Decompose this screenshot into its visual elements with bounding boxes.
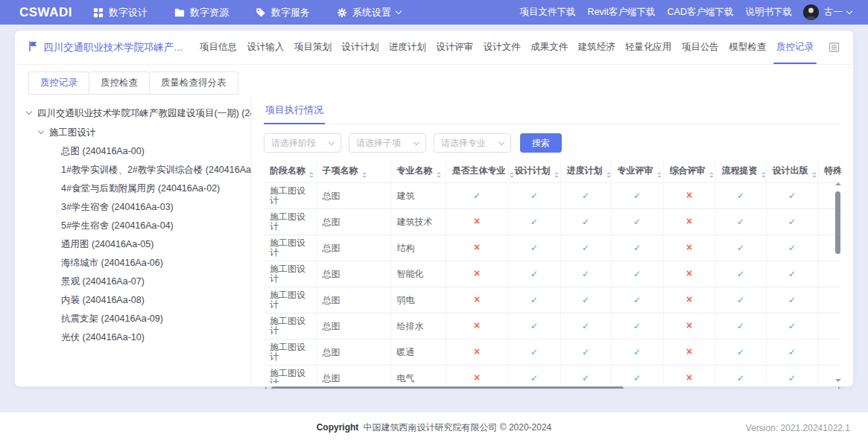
- tree-leaf-1[interactable]: 1#教学实训楼、2#教学实训综合楼 (240416Aa-01): [27, 161, 247, 179]
- subitem-select[interactable]: 请选择子项: [349, 133, 426, 153]
- download-cad-client-link[interactable]: CAD客户端下载: [668, 6, 734, 19]
- horizontal-scrollbar[interactable]: [264, 386, 841, 389]
- tab-project-execution[interactable]: 项目执行情况: [264, 99, 325, 124]
- sort-asc-icon[interactable]: [761, 172, 766, 174]
- list-icon[interactable]: [829, 42, 840, 53]
- project-tab-0[interactable]: 项目信息: [200, 31, 237, 64]
- sort-icon[interactable]: [437, 172, 441, 178]
- tree-leaf-9[interactable]: 抗震支架 (240416Aa-09): [27, 310, 247, 328]
- tree-root[interactable]: 四川交通职业技术学院邛崃产教园建设项目(一期) (240416Aa): [27, 103, 247, 123]
- major-select[interactable]: 请选择专业: [434, 133, 511, 153]
- sort-desc-icon[interactable]: [812, 176, 817, 178]
- sort-asc-icon[interactable]: [812, 172, 817, 174]
- table-row[interactable]: 施工图设计总图建筑✓✓✓✓×✓✓: [264, 183, 841, 209]
- project-tab-3[interactable]: 设计计划: [341, 31, 378, 64]
- sort-asc-icon[interactable]: [709, 172, 714, 174]
- sort-icon[interactable]: [362, 172, 367, 178]
- table-row[interactable]: 施工图设计总图智能化×✓✓✓×✓✓: [264, 261, 841, 287]
- topbar-menu-digital-design[interactable]: 数字设计: [93, 6, 148, 19]
- column-header-label: 进度计划: [567, 165, 603, 176]
- sort-desc-icon[interactable]: [309, 176, 314, 178]
- scroll-up-icon[interactable]: [835, 182, 841, 185]
- project-tab-9[interactable]: 轻量化应用: [625, 31, 672, 64]
- sort-desc-icon[interactable]: [554, 176, 559, 178]
- tree-leaf-0[interactable]: 总图 (240416Aa-00): [27, 142, 247, 161]
- sort-desc-icon[interactable]: [437, 176, 441, 178]
- tree-group[interactable]: 施工图设计: [27, 123, 247, 142]
- sort-desc-icon[interactable]: [362, 176, 367, 178]
- table-row[interactable]: 施工图设计总图建筑技术×✓✓✓×✓✓: [264, 209, 841, 235]
- sort-asc-icon[interactable]: [510, 172, 514, 174]
- vertical-scrollbar[interactable]: [834, 182, 841, 382]
- scroll-left-icon[interactable]: [264, 386, 267, 389]
- sort-icon[interactable]: [510, 172, 514, 178]
- sort-asc-icon[interactable]: [437, 172, 441, 174]
- subtab-1[interactable]: 质控检查: [89, 71, 150, 95]
- vertical-scroll-thumb[interactable]: [835, 191, 840, 254]
- project-tab-10[interactable]: 项目公告: [682, 31, 719, 64]
- sort-icon[interactable]: [761, 172, 766, 178]
- tree-leaf-7[interactable]: 景观 (240416Aa-07): [27, 273, 247, 291]
- column-header-1: 子项名称: [316, 160, 390, 183]
- search-button[interactable]: 搜索: [520, 133, 562, 153]
- user-menu[interactable]: 古一: [824, 6, 852, 19]
- tree-leaf-5[interactable]: 通用图 (240416Aa-05): [27, 235, 247, 254]
- topbar-menu-system-settings[interactable]: 系统设置: [337, 6, 401, 19]
- download-project-files-link[interactable]: 项目文件下载: [520, 6, 576, 19]
- project-tab-7[interactable]: 成果文件: [530, 31, 568, 64]
- scroll-right-icon[interactable]: [838, 386, 841, 389]
- tree-leaf-8[interactable]: 内装 (240416Aa-08): [27, 291, 247, 310]
- project-tab-5[interactable]: 设计评审: [436, 31, 473, 64]
- chevron-down-icon: [396, 7, 402, 13]
- project-tab-8[interactable]: 建筑经济: [578, 31, 615, 64]
- sort-icon[interactable]: [812, 172, 817, 178]
- sort-icon[interactable]: [709, 172, 714, 178]
- sort-icon[interactable]: [606, 172, 611, 178]
- sort-asc-icon[interactable]: [362, 172, 367, 174]
- download-manual-link[interactable]: 说明书下载: [746, 6, 793, 19]
- tree-leaf-3[interactable]: 3#学生宿舍 (240416Aa-03): [27, 198, 247, 217]
- check-icon: ✓: [633, 243, 641, 253]
- table-row[interactable]: 施工图设计总图电气×✓✓✓×✓✓: [264, 366, 841, 384]
- sort-icon[interactable]: [554, 172, 559, 178]
- table-row[interactable]: 施工图设计总图给排水×✓✓✓×✓✓: [264, 313, 841, 340]
- sort-desc-icon[interactable]: [606, 176, 611, 178]
- tree-expand-icon[interactable]: [26, 109, 32, 115]
- project-tab-2[interactable]: 项目策划: [294, 31, 332, 64]
- project-tab-6[interactable]: 设计文件: [484, 31, 521, 64]
- sort-asc-icon[interactable]: [657, 172, 662, 174]
- project-tab-4[interactable]: 进度计划: [389, 31, 426, 64]
- sort-asc-icon[interactable]: [606, 172, 611, 174]
- stage-select[interactable]: 请选择阶段: [264, 133, 341, 153]
- table-cell: 施工图设计: [264, 209, 316, 235]
- project-tab-11[interactable]: 模型检查: [729, 31, 766, 64]
- tree-leaf-10[interactable]: 光伏 (240416Aa-10): [27, 328, 247, 347]
- topbar-menu-digital-resources[interactable]: 数字资源: [174, 6, 229, 19]
- download-revit-client-link[interactable]: Revit客户端下载: [588, 6, 656, 19]
- subtab-0[interactable]: 质控记录: [28, 71, 89, 95]
- sort-desc-icon[interactable]: [657, 176, 662, 178]
- sort-asc-icon[interactable]: [554, 172, 559, 174]
- horizontal-scroll-thumb[interactable]: [271, 386, 624, 389]
- tree-expand-icon[interactable]: [38, 128, 44, 134]
- tree-leaf-4[interactable]: 5#学生宿舍 (240416Aa-04): [27, 217, 247, 235]
- sort-desc-icon[interactable]: [510, 176, 514, 178]
- table-row[interactable]: 施工图设计总图结构×✓✓✓×✓✓: [264, 235, 841, 261]
- project-tab-1[interactable]: 设计输入: [247, 31, 284, 64]
- avatar[interactable]: [803, 4, 819, 20]
- project-title[interactable]: 四川交通职业技术学院邛崃产...: [28, 41, 194, 54]
- table-row[interactable]: 施工图设计总图弱电×✓✓✓×✓✓: [264, 287, 841, 313]
- sort-desc-icon[interactable]: [709, 176, 714, 178]
- table-row[interactable]: 施工图设计总图暖通×✓✓✓×✓✓: [264, 340, 841, 366]
- sort-desc-icon[interactable]: [761, 176, 766, 178]
- sort-icon[interactable]: [657, 172, 662, 178]
- scroll-down-icon[interactable]: [835, 379, 841, 382]
- table-cell: 施工图设计: [264, 261, 316, 287]
- subtab-2[interactable]: 质量检查得分表: [149, 71, 238, 95]
- sort-icon[interactable]: [309, 172, 314, 178]
- topbar-menu-digital-services[interactable]: 数字服务: [256, 6, 310, 19]
- project-tab-12[interactable]: 质控记录: [776, 31, 814, 64]
- tree-leaf-2[interactable]: 4#食堂与后勤附属用房 (240416Aa-02): [27, 179, 247, 198]
- tree-leaf-6[interactable]: 海绵城市 (240416Aa-06): [27, 254, 247, 273]
- sort-asc-icon[interactable]: [309, 172, 314, 174]
